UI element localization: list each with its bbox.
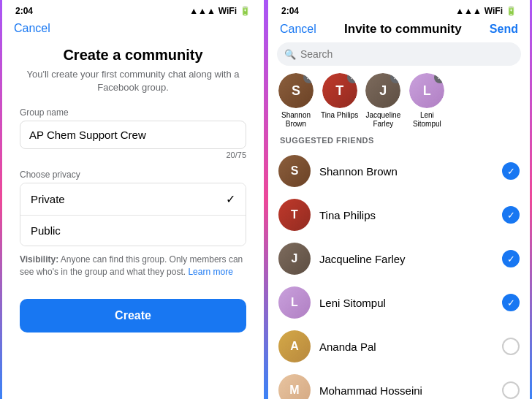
status-icons-right: ▲▲▲ WiFi 🔋 [455,6,517,16]
selected-jacqueline: J ✕ Jacqueline Farley [364,73,402,129]
status-icons-left: ▲▲▲ WiFi 🔋 [189,6,251,16]
battery-icon-right: 🔋 [506,6,517,16]
left-content: Create a community You'll create your fi… [2,41,264,332]
check-shannon[interactable]: ✓ [502,162,520,180]
friend-name-mohammad: Mohammad Hosseini [319,384,493,397]
friend-name-leni: Leni Sitompul [319,297,493,309]
private-check: ✓ [226,192,235,206]
remove-tina[interactable]: ✕ [347,73,357,83]
signal-icon: ▲▲▲ [189,6,216,16]
privacy-public[interactable]: Public [20,215,246,246]
signal-icon-right: ▲▲▲ [455,6,482,16]
privacy-private[interactable]: Private ✓ [20,183,246,215]
check-tina[interactable]: ✓ [502,206,520,224]
selected-name-leni: Leni Sitompul [408,111,446,129]
friend-name-jacqueline: Jacqueline Farley [319,253,493,265]
left-phone: 2:04 ▲▲▲ WiFi 🔋 Cancel Create a communit… [0,0,266,399]
remove-jacqueline[interactable]: ✕ [390,73,400,83]
group-name-input[interactable] [20,121,246,149]
selected-avatar-jacqueline: J ✕ [365,73,400,108]
friend-row-mohammad[interactable]: M Mohammad Hosseini [268,368,530,399]
battery-icon: 🔋 [240,6,251,16]
selected-avatar-leni: L ✕ [409,73,444,108]
privacy-label: Choose privacy [20,170,246,180]
friend-row-jacqueline[interactable]: J Jacqueline Farley ✓ [268,237,530,281]
friend-name-ananda: Ananda Pal [319,341,493,353]
selected-name-shannon: Shannon Brown [277,111,315,129]
friend-row-tina[interactable]: T Tina Philips ✓ [268,193,530,237]
friend-avatar-mohammad: M [278,374,311,399]
wifi-icon: WiFi [218,6,237,16]
friend-avatar-shannon: S [278,155,311,187]
selected-avatar-tina: T ✕ [322,73,357,108]
friend-name-tina: Tina Philips [319,209,493,221]
learn-more-link[interactable]: Learn more [188,267,232,277]
privacy-options: Private ✓ Public [20,183,246,246]
time-left: 2:04 [15,6,33,16]
privacy-private-label: Private [31,193,65,205]
check-mohammad[interactable] [502,381,520,399]
wifi-icon-right: WiFi [484,6,503,16]
privacy-public-label: Public [31,224,61,237]
visibility-text: Visibility: Anyone can find this group. … [20,254,246,278]
char-count: 20/75 [20,151,246,159]
status-bar-right: 2:04 ▲▲▲ WiFi 🔋 [268,0,530,19]
friend-avatar-leni: L [278,286,311,319]
check-leni[interactable]: ✓ [502,294,520,311]
selected-friends-row: S ✕ Shannon Brown T ✕ Tina Philips J ✕ J… [268,73,530,136]
friend-name-shannon: Shannon Brown [319,165,493,178]
send-button[interactable]: Send [490,23,518,36]
selected-leni: L ✕ Leni Sitompul [408,73,446,129]
friend-avatar-jacqueline: J [278,243,311,275]
remove-leni[interactable]: ✕ [434,73,444,83]
create-title: Create a community [20,47,246,64]
time-right: 2:04 [281,6,299,16]
group-name-label: Group name [20,107,246,118]
nav-bar-left: Cancel [2,19,264,41]
selected-shannon: S ✕ Shannon Brown [277,73,315,129]
selected-tina: T ✕ Tina Philips [321,73,358,129]
friend-row-ananda[interactable]: A Ananda Pal [268,324,530,368]
friend-avatar-ananda: A [278,330,311,362]
check-ananda[interactable] [502,338,520,355]
suggested-friends-label: SUGGESTED FRIENDS [268,136,530,149]
friend-avatar-tina: T [278,199,311,231]
cancel-button-right[interactable]: Cancel [280,23,316,36]
create-button[interactable]: Create [20,299,246,332]
friend-list: S Shannon Brown ✓ T Tina Philips ✓ J Jac… [268,149,530,399]
right-phone: 2:04 ▲▲▲ WiFi 🔋 Cancel Invite to communi… [266,0,532,399]
nav-bar-right: Cancel Invite to community Send [268,19,530,42]
search-icon: 🔍 [284,49,296,60]
selected-name-jacqueline: Jacqueline Farley [364,111,402,129]
search-bar: 🔍 [277,42,521,66]
check-jacqueline[interactable]: ✓ [502,250,520,267]
search-input[interactable] [277,42,521,66]
nav-title-right: Invite to community [344,22,462,37]
friend-row-shannon[interactable]: S Shannon Brown ✓ [268,149,530,193]
friend-row-leni[interactable]: L Leni Sitompul ✓ [268,281,530,324]
selected-avatar-shannon: S ✕ [278,73,314,108]
remove-shannon[interactable]: ✕ [303,73,314,83]
cancel-button-left[interactable]: Cancel [14,22,50,35]
status-bar-left: 2:04 ▲▲▲ WiFi 🔋 [2,0,264,19]
create-subtitle: You'll create your first community chat … [20,68,246,94]
selected-name-tina: Tina Philips [321,111,358,120]
